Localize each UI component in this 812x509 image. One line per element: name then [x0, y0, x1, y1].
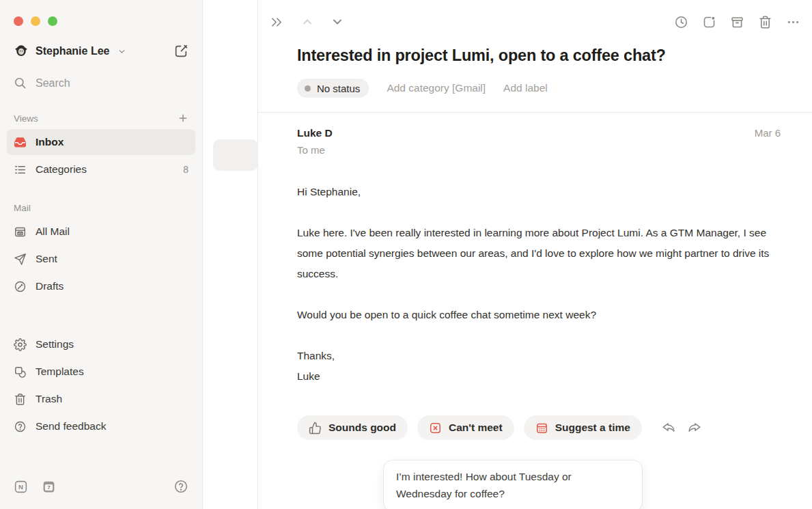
sidebar-item-label: Categories [36, 163, 87, 176]
forward-icon[interactable] [687, 420, 702, 435]
email-paragraph: Would you be open to a quick coffee chat… [297, 305, 775, 325]
sidebar-item-label: Inbox [36, 136, 64, 148]
categories-count-badge: 8 [183, 164, 188, 175]
email-subject: Interested in project Lumi, open to a co… [297, 46, 781, 65]
trash-icon [14, 393, 27, 406]
add-view-icon[interactable] [178, 113, 188, 124]
mail-app-window: Stephanie Lee Search Views [0, 0, 812, 509]
sidebar-item-all-mail[interactable]: All Mail [7, 219, 195, 245]
reply-icon[interactable] [661, 420, 676, 435]
quick-reply-label: Suggest a time [555, 422, 630, 434]
cant-meet-button[interactable]: Can't meet [417, 415, 514, 440]
selected-thread-item[interactable] [213, 139, 258, 171]
ai-reply-suggestion-text: I’m interested! How about Tuesday or Wed… [396, 468, 630, 502]
add-category-button[interactable]: Add category [Gmail] [387, 82, 486, 94]
email-paragraph: Hi Stephanie, [297, 182, 775, 202]
email-message: Luke D To me Mar 6 Hi Stephanie, Luke he… [258, 113, 812, 387]
notion-app-icon[interactable]: N [14, 480, 28, 494]
window-controls [7, 0, 195, 26]
sender-row: Luke D To me Mar 6 [297, 126, 781, 156]
sidebar-item-drafts[interactable]: Drafts [7, 273, 195, 299]
email-paragraph: Thanks, Luke [297, 346, 775, 387]
thumbs-up-icon [309, 422, 322, 435]
sidebar-gap [7, 441, 195, 479]
help-icon[interactable] [173, 479, 188, 494]
status-chip[interactable]: No status [297, 79, 369, 98]
sidebar: Stephanie Lee Search Views [0, 0, 203, 509]
sidebar-item-label: All Mail [36, 225, 70, 238]
avatar [14, 44, 29, 59]
sidebar-item-label: Settings [36, 338, 74, 350]
chevron-down-icon [117, 47, 126, 56]
help-circle-icon [14, 420, 27, 433]
message-date: Mar 6 [755, 126, 781, 140]
account-name: Stephanie Lee [36, 45, 109, 57]
mark-unread-icon[interactable] [702, 15, 716, 29]
close-window-button[interactable] [14, 16, 23, 26]
ai-reply-suggestion[interactable]: I’m interested! How about Tuesday or Wed… [383, 460, 643, 509]
calendar-icon [535, 422, 548, 435]
sidebar-item-label: Trash [36, 393, 62, 405]
reply-forward-group [661, 420, 702, 435]
trash-icon[interactable] [758, 15, 772, 29]
calendar-day-number: 7 [47, 484, 50, 490]
drafts-icon [14, 280, 27, 293]
snooze-clock-icon[interactable] [674, 15, 688, 29]
sidebar-footer: N 7 [7, 479, 195, 509]
sidebar-item-label: Templates [36, 366, 84, 378]
previous-message-icon[interactable] [300, 15, 314, 29]
categories-icon [14, 163, 27, 176]
archive-icon[interactable] [730, 15, 744, 29]
recipient-label[interactable]: To me [297, 144, 333, 156]
notion-calendar-icon[interactable]: 7 [42, 480, 56, 494]
email-meta-chips: No status Add category [Gmail] Add label [297, 79, 781, 98]
sender-name[interactable]: Luke D [297, 126, 333, 140]
sidebar-item-label: Sent [36, 253, 57, 265]
suggest-time-button[interactable]: Suggest a time [524, 415, 642, 440]
sidebar-spacer [7, 301, 195, 331]
account-switcher[interactable]: Stephanie Lee [7, 44, 195, 59]
quick-reply-label: Can't meet [449, 422, 503, 434]
more-options-icon[interactable] [786, 15, 800, 29]
svg-text:N: N [18, 483, 23, 491]
collapsed-thread-list [203, 0, 258, 509]
next-message-icon[interactable] [331, 15, 344, 29]
reading-pane: Interested in project Lumi, open to a co… [258, 0, 812, 509]
search-icon [14, 77, 27, 90]
search-placeholder: Search [36, 77, 70, 90]
x-square-icon [429, 422, 442, 435]
collapse-panel-icon[interactable] [270, 15, 284, 29]
sidebar-item-label: Send feedback [36, 420, 106, 432]
sidebar-item-label: Drafts [36, 280, 64, 292]
email-body: Hi Stephanie, Luke here. I've been reall… [297, 182, 775, 387]
message-toolbar [258, 0, 812, 30]
sidebar-item-settings[interactable]: Settings [7, 331, 195, 357]
templates-icon [14, 366, 27, 379]
sidebar-item-inbox[interactable]: Inbox [7, 129, 195, 155]
minimize-window-button[interactable] [31, 16, 40, 26]
views-section-label: Views [14, 113, 38, 124]
sidebar-item-send-feedback[interactable]: Send feedback [7, 413, 195, 439]
sidebar-item-templates[interactable]: Templates [7, 359, 195, 385]
sidebar-item-trash[interactable]: Trash [7, 386, 195, 412]
mail-section-header: Mail [7, 203, 195, 213]
gear-icon [14, 338, 27, 351]
email-paragraph: Luke here. I've been really interested i… [297, 223, 775, 284]
inbox-icon [14, 136, 27, 149]
quick-reply-row: Sounds good Can't meet Suggest a time [297, 415, 781, 440]
status-dot-icon [305, 85, 311, 92]
zoom-window-button[interactable] [48, 16, 57, 26]
sidebar-item-sent[interactable]: Sent [7, 246, 195, 272]
search-input[interactable]: Search [7, 77, 195, 90]
status-label: No status [317, 83, 360, 94]
views-section-header: Views [7, 113, 195, 124]
all-mail-icon [14, 225, 27, 238]
add-label-button[interactable]: Add label [503, 82, 548, 94]
sidebar-item-categories[interactable]: Categories 8 [7, 156, 195, 182]
mail-section-label: Mail [14, 203, 31, 213]
quick-reply-label: Sounds good [328, 422, 396, 434]
send-icon [14, 253, 27, 266]
compose-icon[interactable] [173, 44, 188, 59]
sounds-good-button[interactable]: Sounds good [297, 415, 408, 440]
